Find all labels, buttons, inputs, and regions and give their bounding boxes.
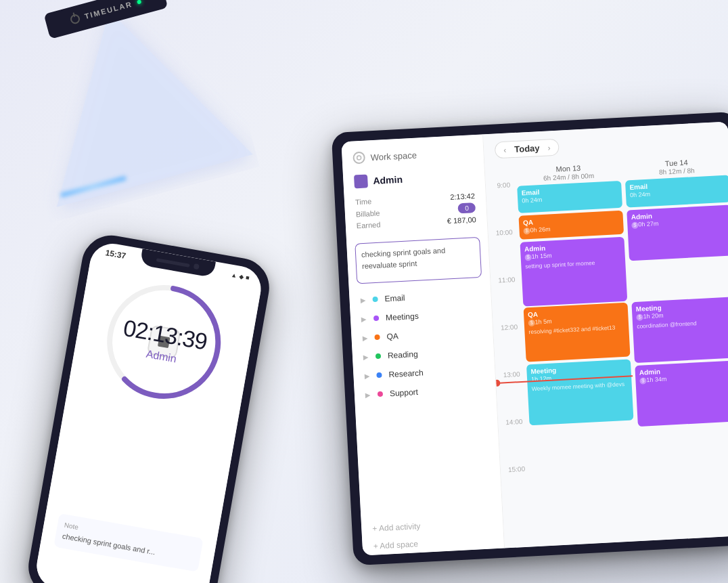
workspace-label: Work space — [370, 150, 417, 163]
activity-name: Research — [388, 368, 424, 380]
device-led — [137, 0, 141, 4]
day-events: Email0h 24mAdmin$ 0h 27mMeeting$ 1h 20mc… — [624, 175, 728, 541]
event-block-admin2-tue[interactable]: Admin$ 1h 34m — [635, 360, 728, 427]
billable-label: Billable — [356, 209, 380, 218]
phone: 15:37 ▲◆■ 02:13:39 — [24, 231, 274, 583]
event-block-qa-mon[interactable]: QA$ 0h 26m — [518, 211, 624, 240]
phone-note-area: Note checking sprint goals and r... — [53, 513, 203, 572]
time-label: 12:00 — [493, 323, 526, 372]
timeular-device: TIMEULAR — [0, 0, 276, 236]
day-col-1: Tue 148h 12m / 8hEmail0h 24mAdmin$ 0h 27… — [622, 154, 728, 540]
play-icon: ▶ — [364, 372, 370, 379]
activity-color-dot — [376, 353, 381, 359]
time-label: 15:00 — [501, 465, 533, 513]
time-label: 14:00 — [498, 418, 530, 467]
admin-label: Admin — [373, 174, 403, 186]
earned-label: Earned — [357, 221, 381, 230]
activity-name: Support — [390, 387, 419, 398]
earned-value: € 187,00 — [447, 215, 476, 225]
play-icon: ▶ — [365, 391, 371, 398]
tablet: Work space Admin Time 2:13:42 Billable 0 — [332, 112, 728, 566]
phone-time: 15:37 — [105, 248, 127, 261]
activity-name: QA — [386, 331, 399, 341]
day-events: 12:16Email0h 24mQA$ 0h 26mAdmin$ 1h 15ms… — [516, 181, 641, 547]
activity-name: Meetings — [386, 311, 419, 323]
activity-color-dot — [374, 334, 380, 340]
event-block-email-mon[interactable]: Email0h 24m — [517, 181, 622, 213]
brand-text: TIMEULAR — [84, 0, 133, 20]
phone-circle-progress: 02:13:39 Admin — [85, 263, 242, 420]
event-block-email-tue[interactable]: Email0h 24m — [625, 175, 728, 207]
svg-point-2 — [357, 156, 361, 160]
day-columns: Mon 136h 24m / 8h 00m12:16Email0h 24mQA$… — [515, 154, 728, 546]
today-label: Today — [509, 143, 545, 155]
time-value: 2:13:42 — [450, 192, 475, 201]
next-arrow[interactable]: › — [547, 143, 551, 152]
activity-list: ▶ Email ▶ Meetings ▶ QA ▶ Reading ▶ Rese… — [349, 284, 502, 520]
notes-textarea[interactable]: checking sprint goals and reevaluate spr… — [355, 237, 482, 284]
prev-arrow[interactable]: ‹ — [503, 145, 507, 154]
time-label: 10:00 — [488, 228, 520, 277]
time-label: 11:00 — [491, 276, 523, 324]
today-nav[interactable]: ‹ Today › — [495, 139, 560, 159]
event-block-admin-tue[interactable]: Admin$ 0h 27m — [627, 204, 728, 261]
sidebar: Work space Admin Time 2:13:42 Billable 0 — [341, 134, 505, 555]
event-block-qa2-mon[interactable]: QA$ 1h 5mresolving #ticket332 and #ticke… — [524, 303, 631, 362]
activity-color-dot — [378, 391, 383, 397]
event-block-meeting-tue[interactable]: Meeting$ 1h 20mcoordination @frontend — [631, 297, 728, 363]
calendar-grid: 9:0010:0011:0012:0013:0014:0015:00 Mon 1… — [485, 154, 728, 548]
day-col-0: Mon 136h 24m / 8h 00m12:16Email0h 24mQA$… — [515, 160, 641, 546]
time-label: Time — [355, 197, 372, 206]
time-label: 13:00 — [495, 370, 528, 419]
play-icon: ▶ — [360, 296, 366, 303]
admin-avatar — [354, 174, 368, 188]
activity-name: Email — [384, 293, 405, 304]
calendar-area: ‹ Today › 9:0010:0011:0012:0013:0014:001… — [483, 121, 728, 548]
activity-color-dot — [372, 297, 378, 302]
play-icon: ▶ — [362, 334, 368, 341]
play-icon: ▶ — [363, 353, 369, 360]
sidebar-stats: Time 2:13:42 Billable 0 Earned € 187,00 — [344, 187, 487, 237]
event-block-admin-mon[interactable]: Admin$ 1h 15msetting up sprint for momee — [520, 237, 628, 307]
event-block-meeting-mon[interactable]: Meeting1h 12mWeekly momee meeting with @… — [526, 359, 633, 425]
workspace-icon — [352, 152, 365, 165]
play-icon: ▶ — [361, 315, 367, 322]
billable-toggle[interactable]: 0 — [458, 202, 476, 213]
time-label: 9:00 — [486, 181, 518, 230]
activity-name: Reading — [388, 349, 418, 360]
activity-color-dot — [376, 372, 382, 378]
activity-color-dot — [373, 316, 379, 321]
